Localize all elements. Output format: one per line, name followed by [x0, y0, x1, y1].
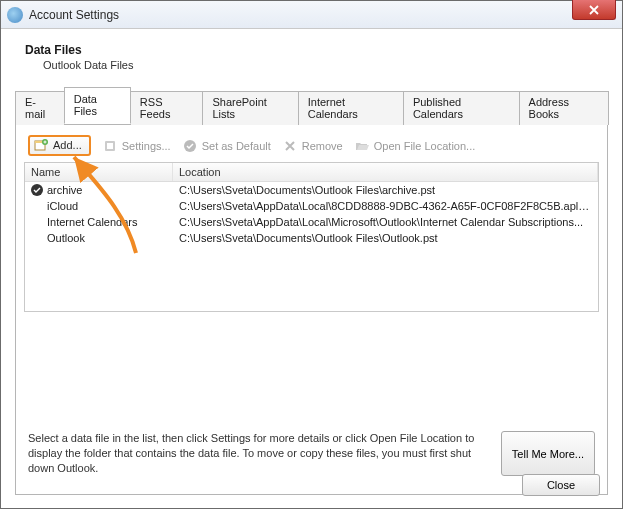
cell-name: iCloud: [25, 198, 173, 214]
close-icon: [589, 5, 599, 15]
content-area: Data Files Outlook Data Files E-mail Dat…: [1, 29, 622, 508]
settings-button[interactable]: Settings...: [103, 139, 171, 153]
tab-strip: E-mail Data Files RSS Feeds SharePoint L…: [15, 87, 608, 125]
open-file-location-label: Open File Location...: [374, 140, 476, 152]
close-button[interactable]: Close: [522, 474, 600, 496]
add-icon: [34, 138, 48, 152]
header-block: Data Files Outlook Data Files: [1, 29, 622, 87]
cell-name: archive: [25, 182, 173, 198]
remove-icon: [283, 139, 297, 153]
set-default-label: Set as Default: [202, 140, 271, 152]
footer: Close: [522, 474, 600, 496]
table-row[interactable]: iCloudC:\Users\Sveta\AppData\Local\8CDD8…: [25, 198, 598, 214]
column-header-location[interactable]: Location: [173, 163, 598, 181]
titlebar: Account Settings: [1, 1, 622, 29]
column-header-name[interactable]: Name: [25, 163, 173, 181]
helper-row: Select a data file in the list, then cli…: [24, 421, 599, 480]
tab-address-books[interactable]: Address Books: [519, 91, 609, 125]
row-name-text: iCloud: [47, 200, 78, 212]
check-circle-icon: [183, 139, 197, 153]
toolbar: Add... Settings... Set as Default: [24, 133, 599, 162]
page-subtitle: Outlook Data Files: [43, 59, 598, 71]
tell-me-more-button[interactable]: Tell Me More...: [501, 431, 595, 476]
cell-name: Outlook: [25, 230, 173, 246]
tab-container: E-mail Data Files RSS Feeds SharePoint L…: [15, 87, 608, 495]
page-title: Data Files: [25, 43, 598, 57]
row-name-text: archive: [47, 184, 82, 196]
remove-button[interactable]: Remove: [283, 139, 343, 153]
list-header: Name Location: [25, 163, 598, 182]
window-close-button[interactable]: [572, 0, 616, 20]
svg-rect-4: [107, 143, 113, 149]
table-row[interactable]: OutlookC:\Users\Sveta\Documents\Outlook …: [25, 230, 598, 246]
settings-label: Settings...: [122, 140, 171, 152]
cell-location: C:\Users\Sveta\Documents\Outlook Files\a…: [173, 182, 598, 198]
row-name-text: Outlook: [47, 232, 85, 244]
tab-panel-data-files: Add... Settings... Set as Default: [15, 125, 608, 495]
set-default-button[interactable]: Set as Default: [183, 139, 271, 153]
default-check-icon: [31, 184, 43, 196]
row-name-text: Internet Calendars: [47, 216, 138, 228]
table-row[interactable]: archiveC:\Users\Sveta\Documents\Outlook …: [25, 182, 598, 198]
cell-location: C:\Users\Sveta\Documents\Outlook Files\O…: [173, 230, 598, 246]
tab-email[interactable]: E-mail: [15, 91, 65, 125]
cell-location: C:\Users\Sveta\AppData\Local\8CDD8888-9D…: [173, 198, 598, 214]
tab-data-files[interactable]: Data Files: [64, 87, 131, 124]
add-label: Add...: [53, 139, 82, 151]
tab-sharepoint-lists[interactable]: SharePoint Lists: [202, 91, 298, 125]
app-icon: [7, 7, 23, 23]
tab-published-calendars[interactable]: Published Calendars: [403, 91, 520, 125]
add-button[interactable]: Add...: [28, 135, 91, 156]
data-files-list[interactable]: Name Location archiveC:\Users\Sveta\Docu…: [24, 162, 599, 312]
cell-location: C:\Users\Sveta\AppData\Local\Microsoft\O…: [173, 214, 598, 230]
tab-rss-feeds[interactable]: RSS Feeds: [130, 91, 204, 125]
table-row[interactable]: Internet CalendarsC:\Users\Sveta\AppData…: [25, 214, 598, 230]
helper-text: Select a data file in the list, then cli…: [28, 431, 491, 476]
account-settings-window: Account Settings Data Files Outlook Data…: [0, 0, 623, 509]
cell-name: Internet Calendars: [25, 214, 173, 230]
list-rows: archiveC:\Users\Sveta\Documents\Outlook …: [25, 182, 598, 246]
folder-open-icon: [355, 139, 369, 153]
tab-internet-calendars[interactable]: Internet Calendars: [298, 91, 404, 125]
remove-label: Remove: [302, 140, 343, 152]
window-title: Account Settings: [29, 8, 119, 22]
settings-icon: [103, 139, 117, 153]
open-file-location-button[interactable]: Open File Location...: [355, 139, 476, 153]
